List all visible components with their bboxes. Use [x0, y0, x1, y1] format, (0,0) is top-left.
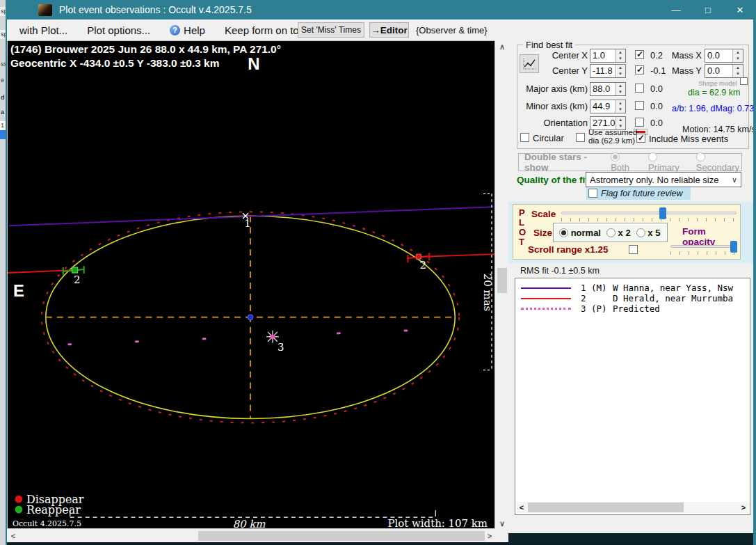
center-y-spinner[interactable]: -11.8 ▲▼	[590, 64, 626, 78]
spin-up-icon[interactable]: ▲	[733, 65, 743, 71]
best-fit-chart-icon	[522, 58, 536, 70]
spin-down-icon[interactable]: ▼	[616, 71, 625, 77]
size-x2-radio[interactable]: x 2	[606, 228, 631, 238]
menu-with-plot[interactable]: with Plot...	[10, 19, 77, 40]
disappear-legend-dot	[15, 496, 22, 503]
observation-name: D Herald, near Murrumba	[613, 293, 733, 303]
both-label: Both	[611, 162, 629, 173]
listbox-scroll-thumb[interactable]	[528, 503, 684, 512]
menu-plot-options-label: Plot options...	[87, 24, 150, 36]
secondary-label: Secondary	[696, 162, 739, 173]
background-fragment: sp	[0, 30, 6, 39]
quality-combo[interactable]: Astrometry only. No reliable size ∨	[586, 172, 741, 187]
spin-up-icon[interactable]: ▲	[616, 49, 625, 56]
observation-row[interactable]: 2 D Herald, near Murrumba	[515, 294, 750, 303]
observation-name: Predicted	[613, 303, 660, 314]
size-normal-radio[interactable]: normal	[559, 228, 601, 238]
observation-num: 1 (M)	[581, 283, 613, 293]
observation-num: 2	[581, 293, 613, 303]
scroll-down-icon[interactable]: ∨	[496, 517, 508, 530]
spin-down-icon[interactable]: ▼	[733, 56, 743, 62]
spin-down-icon[interactable]: ▼	[616, 89, 625, 95]
menu-help[interactable]: ? Help	[160, 19, 215, 40]
orientation-residual: 0.0	[650, 118, 663, 128]
double-stars-secondary-radio[interactable]: Secondary	[696, 152, 741, 173]
observations-listbox[interactable]: 1 (M) W Hanna, near Yass, Nsw 2 D Herald…	[515, 278, 750, 515]
plot-word-letter: L	[519, 217, 524, 228]
maximize-button[interactable]: □	[692, 0, 724, 19]
circular-checkbox[interactable]	[520, 133, 529, 142]
minor-axis-checkbox[interactable]	[635, 101, 644, 110]
plot-controls-wrap: P L O T Scale Size normal x 2 x 5 Form o…	[508, 202, 753, 263]
spin-up-icon[interactable]: ▲	[616, 65, 625, 71]
mass-y-spinner[interactable]: 0.0 ▲▼	[705, 64, 743, 78]
close-button[interactable]: ✕	[724, 0, 756, 19]
center-y-residual: -0.1	[650, 65, 666, 76]
center-x-spinner[interactable]: 1.0 ▲▼	[590, 49, 626, 63]
center-x-checkbox[interactable]	[635, 50, 644, 59]
scroll-range-checkbox[interactable]	[629, 245, 638, 254]
flag-review-checkbox[interactable]	[588, 189, 597, 198]
major-axis-residual: 0.0	[650, 84, 663, 94]
horizontal-scroll-thumb[interactable]	[198, 531, 485, 541]
orientation-checkbox[interactable]	[635, 118, 644, 127]
mas-scale-label: 20 mas	[481, 274, 494, 312]
motion-text: Motion: 14.75 km/s	[682, 125, 756, 134]
spin-up-icon[interactable]: ▲	[616, 83, 625, 89]
observer-time-label: {Observer & time}	[416, 25, 488, 35]
set-miss-times-button[interactable]: Set 'Miss' Times	[298, 22, 364, 38]
scale-slider[interactable]	[561, 212, 737, 214]
plot-vertical-scrollbar[interactable]: ∧ ∨	[496, 40, 508, 530]
size-x5-radio[interactable]: x 5	[636, 228, 661, 238]
size-normal-label: normal	[571, 228, 601, 238]
minor-axis-label: Minor axis (km)	[517, 101, 588, 111]
use-assumed-checkbox[interactable]	[576, 133, 585, 142]
spin-down-icon[interactable]: ▼	[616, 106, 625, 113]
east-label: E	[13, 281, 24, 300]
chord-2-left-label: 2	[74, 274, 81, 286]
quality-label: Quality of the fit	[517, 175, 588, 185]
background-fragment: e	[0, 76, 6, 85]
chord-2-right-label: 2	[420, 259, 427, 271]
background-selected-row	[0, 130, 6, 139]
spin-up-icon[interactable]: ▲	[616, 117, 625, 123]
minimize-button[interactable]: —	[660, 0, 692, 19]
mas-scale: 20 mas	[481, 193, 494, 370]
form-opacity-slider[interactable]	[670, 245, 737, 248]
scale-label: Scale	[531, 209, 556, 219]
menu-plot-options[interactable]: Plot options...	[77, 19, 160, 40]
scroll-up-icon[interactable]: ∧	[496, 40, 508, 53]
chord-1-label: 1	[244, 217, 251, 230]
spin-up-icon[interactable]: ▲	[733, 49, 743, 56]
major-axis-checkbox[interactable]	[635, 84, 644, 93]
mass-x-spinner[interactable]: 0.0 ▲▼	[705, 49, 743, 63]
editor-button[interactable]: →Editor	[369, 22, 409, 38]
diameter-text: dia = 62.9 km	[688, 88, 740, 97]
scroll-right-icon[interactable]: >	[483, 530, 496, 542]
major-axis-spinner[interactable]: 88.0 ▲▼	[590, 82, 626, 96]
double-stars-both-radio[interactable]: Both	[611, 152, 636, 173]
app-icon	[38, 4, 52, 16]
chevron-down-icon: ∨	[732, 175, 737, 184]
size-label: Size	[533, 228, 552, 238]
spin-down-icon[interactable]: ▼	[733, 71, 743, 77]
double-stars-primary-radio[interactable]: Primary	[648, 152, 684, 173]
observation-row[interactable]: 3 (P) Predicted	[515, 304, 750, 313]
spin-down-icon[interactable]: ▼	[616, 56, 625, 62]
rms-fit-label: RMS fit -0.1 ±0.5 km	[520, 266, 600, 276]
vertical-scroll-thumb[interactable]	[497, 268, 507, 293]
scroll-right-icon[interactable]: >	[738, 502, 749, 513]
observation-row[interactable]: 1 (M) W Hanna, near Yass, Nsw	[515, 283, 750, 292]
plot-version-label: Occult 4.2025.7.5	[13, 519, 81, 528]
scroll-left-icon[interactable]: <	[7, 530, 19, 542]
shape-model-checkbox[interactable]	[740, 77, 748, 85]
scroll-left-icon[interactable]: <	[516, 502, 527, 513]
minor-axis-spinner[interactable]: 44.9 ▲▼	[590, 100, 626, 113]
center-y-checkbox[interactable]	[635, 65, 644, 74]
plot-horizontal-scrollbar[interactable]: < >	[7, 530, 496, 542]
plot-word-letter: O	[519, 227, 526, 237]
spin-up-icon[interactable]: ▲	[616, 100, 625, 106]
form-opacity-ticks	[670, 251, 737, 255]
listbox-horizontal-scrollbar[interactable]: < >	[516, 502, 749, 513]
include-miss-checkbox[interactable]	[636, 134, 645, 143]
